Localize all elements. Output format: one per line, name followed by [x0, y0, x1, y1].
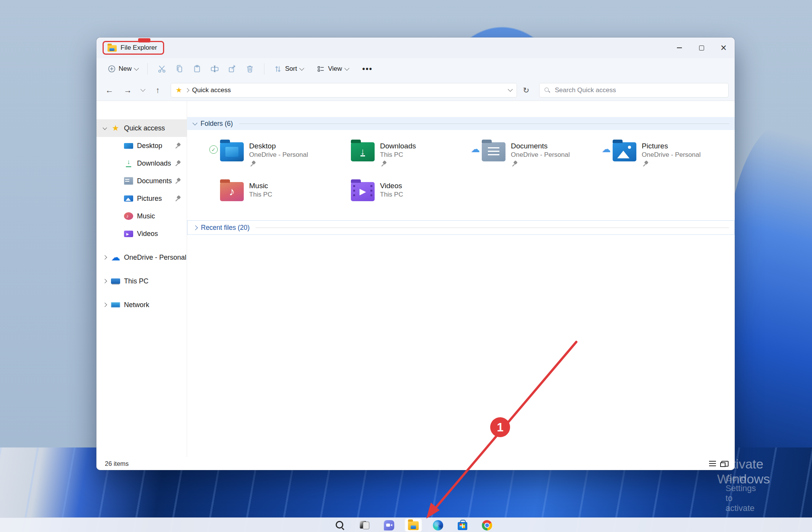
- sort-icon: [274, 65, 282, 73]
- refresh-button[interactable]: ↻: [519, 83, 534, 98]
- sidebar-item[interactable]: Desktop: [96, 137, 187, 155]
- sidebar-item-label: Pictures: [137, 195, 175, 203]
- sidebar-chevron-icon[interactable]: [101, 301, 109, 309]
- folder-tile[interactable]: Music This PC: [208, 179, 339, 210]
- tray-chevron-up[interactable]: [768, 520, 778, 530]
- sidebar-item[interactable]: Downloads: [96, 155, 187, 172]
- sidebar-chevron-icon[interactable]: [114, 177, 122, 185]
- folder-tile[interactable]: Documents OneDrive - Personal: [470, 139, 600, 170]
- sidebar-item[interactable]: Documents: [96, 172, 187, 190]
- folder-tile[interactable]: Desktop OneDrive - Personal: [208, 139, 339, 170]
- share-button[interactable]: [223, 61, 241, 76]
- search-input[interactable]: [554, 86, 724, 94]
- tray-display-tray[interactable]: [801, 520, 810, 530]
- sidebar-chevron-icon[interactable]: [101, 124, 109, 132]
- arrow-right-icon: →: [124, 86, 132, 95]
- pin-icon: [175, 178, 181, 184]
- folder-tile[interactable]: Videos This PC: [339, 179, 470, 210]
- folder-icon: [220, 182, 244, 201]
- cut-icon: [157, 64, 166, 73]
- sidebar-item[interactable]: Network: [96, 296, 187, 314]
- sidebar-item-label: Downloads: [137, 159, 175, 168]
- folder-name: Pictures: [642, 142, 701, 151]
- watermark-line2: Go to Settings to activate: [726, 473, 756, 513]
- folder-tile[interactable]: Pictures OneDrive - Personal: [600, 139, 731, 170]
- sidebar-chevron-icon[interactable]: [101, 254, 109, 261]
- folder-name: Music: [249, 181, 272, 190]
- maximize-button[interactable]: [690, 37, 713, 58]
- paste-icon: [192, 64, 202, 73]
- sidebar-chevron-icon[interactable]: [114, 230, 122, 238]
- toolbar-separator: [264, 63, 264, 75]
- sidebar-item[interactable]: Videos: [96, 225, 187, 242]
- recent-files-group-label: Recent files (20): [201, 224, 249, 232]
- tray-onedrive-tray[interactable]: [784, 520, 794, 530]
- sidebar-chevron-icon[interactable]: [114, 195, 122, 202]
- taskbar-icon: [433, 520, 443, 530]
- folder-location: OneDrive - Personal: [642, 151, 701, 159]
- taskbar-task-view[interactable]: [355, 518, 373, 532]
- taskbar-edge[interactable]: [429, 518, 447, 532]
- sidebar-item[interactable]: OneDrive - Personal: [96, 249, 187, 266]
- see-more-button[interactable]: •••: [359, 65, 377, 73]
- expand-chevron-icon[interactable]: [193, 225, 198, 230]
- sidebar-item-icon: [124, 231, 133, 237]
- folder-location: OneDrive - Personal: [249, 151, 308, 159]
- taskbar-chrome[interactable]: [478, 518, 496, 532]
- sidebar-item[interactable]: Pictures: [96, 190, 187, 207]
- rename-button[interactable]: [206, 61, 223, 76]
- paste-button[interactable]: [188, 61, 206, 76]
- taskbar-search[interactable]: [331, 518, 349, 532]
- taskbar-icon: [359, 520, 370, 530]
- collapse-chevron-icon[interactable]: [192, 120, 197, 125]
- sidebar-item[interactable]: This PC: [96, 272, 187, 290]
- recent-locations-button[interactable]: [138, 83, 148, 98]
- cut-button[interactable]: [153, 61, 171, 76]
- search-box[interactable]: [539, 83, 729, 98]
- folders-group-label: Folders (6): [201, 120, 233, 128]
- rename-icon: [210, 64, 219, 73]
- forward-button[interactable]: →: [119, 83, 136, 98]
- large-thumbnails-view-button[interactable]: [721, 461, 729, 467]
- sidebar-item[interactable]: Music: [96, 207, 187, 225]
- minimize-button[interactable]: [668, 37, 690, 58]
- sidebar-item-icon: [124, 159, 133, 167]
- chevron-down-icon: [299, 66, 304, 71]
- taskbar-start[interactable]: [307, 518, 324, 532]
- taskbar-file-explorer[interactable]: [404, 518, 422, 532]
- group-rule: [256, 228, 729, 228]
- sync-status-icon: [600, 145, 612, 153]
- sort-button[interactable]: Sort: [270, 62, 307, 76]
- chevron-down-icon: [344, 66, 349, 71]
- breadcrumb[interactable]: Quick access: [192, 86, 231, 94]
- copy-button[interactable]: [171, 61, 188, 76]
- taskbar-chat[interactable]: [380, 518, 398, 532]
- sidebar-item-label: Network: [124, 301, 175, 309]
- details-view-button[interactable]: [709, 461, 716, 466]
- folder-tile[interactable]: Downloads This PC: [339, 139, 470, 170]
- plus-circle-icon: [108, 65, 116, 73]
- sidebar-chevron-icon[interactable]: [114, 159, 122, 167]
- recent-files-group-header[interactable]: Recent files (20): [187, 220, 735, 235]
- sidebar-item[interactable]: Quick access: [96, 119, 187, 137]
- address-bar[interactable]: ★ Quick access: [171, 83, 517, 98]
- delete-button[interactable]: [241, 61, 259, 76]
- up-button[interactable]: ↑: [149, 83, 166, 98]
- folder-icon: [220, 142, 244, 161]
- new-button[interactable]: New: [104, 62, 142, 76]
- sidebar-chevron-icon[interactable]: [114, 212, 122, 220]
- items-view: Folders (6) Desktop OneDrive - Personal: [187, 101, 735, 457]
- sidebar-chevron-icon[interactable]: [101, 277, 109, 285]
- sidebar-item-label: Quick access: [124, 124, 175, 132]
- back-button[interactable]: ←: [101, 83, 118, 98]
- sidebar-chevron-icon[interactable]: [114, 142, 122, 150]
- view-button[interactable]: View: [313, 62, 352, 76]
- folders-group-header[interactable]: Folders (6): [187, 117, 735, 130]
- file-explorer-window: File Explorer New: [96, 37, 735, 470]
- ellipsis-icon: •••: [362, 65, 373, 73]
- close-button[interactable]: [713, 37, 735, 58]
- taskbar-store[interactable]: [453, 518, 471, 532]
- address-dropdown-chevron-icon[interactable]: [508, 87, 513, 92]
- taskbar-icon: [310, 520, 321, 530]
- pin-icon: [381, 161, 386, 167]
